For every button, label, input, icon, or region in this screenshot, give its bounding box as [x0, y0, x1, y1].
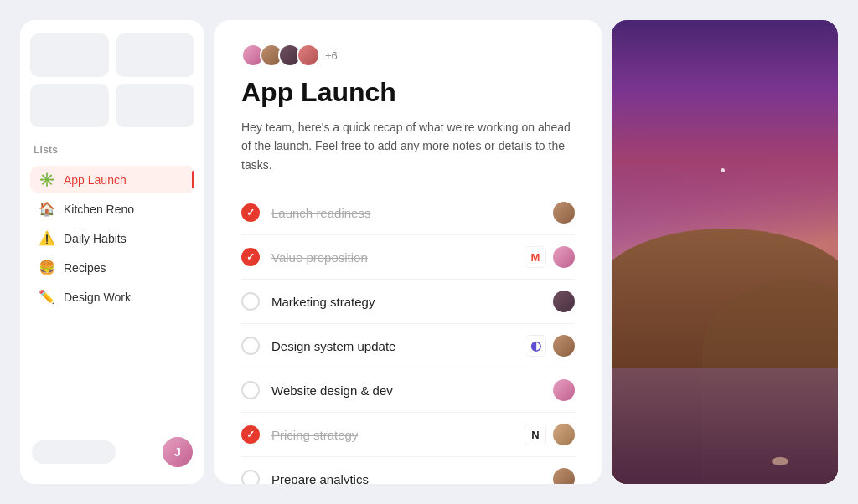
task-left: Prepare analytics	[241, 470, 369, 484]
task-left: Design system update	[241, 337, 395, 355]
task-assignee-avatar	[553, 468, 575, 484]
task-right: M	[525, 246, 575, 268]
task-label: Website design & dev	[271, 383, 393, 398]
app-container: Lists ✳️ App Launch 🏠 Kitchen Reno ⚠️ Da…	[0, 0, 858, 504]
avatar-4	[297, 44, 320, 67]
sidebar-pill	[32, 440, 116, 464]
task-assignee-avatar	[553, 379, 575, 401]
task-checkbox[interactable]	[241, 337, 260, 355]
task-label: Prepare analytics	[271, 472, 369, 484]
water-reflection	[612, 368, 838, 485]
task-left: Launch readiness	[241, 203, 370, 222]
task-label: Marketing strategy	[271, 295, 375, 309]
sidebar-grid-item-4	[116, 84, 194, 127]
app-launch-icon: ✳️	[39, 172, 55, 188]
avatar-stack	[241, 44, 320, 67]
page-title: App Launch	[241, 77, 575, 108]
task-list: Launch readiness Value proposition M	[241, 191, 575, 484]
sidebar-item-design-work[interactable]: ✏️ Design Work	[30, 283, 194, 311]
scenic-image	[612, 20, 838, 484]
sidebar-item-label: Daily Habits	[64, 232, 127, 245]
design-work-icon: ✏️	[39, 289, 55, 305]
main-content: +6 App Launch Hey team, here's a quick r…	[214, 20, 602, 484]
right-panel	[612, 20, 838, 484]
sidebar-grid-item-1	[30, 33, 109, 77]
daily-habits-icon: ⚠️	[39, 230, 55, 246]
member-avatars: +6	[241, 44, 575, 67]
task-left: Pricing strategy	[241, 425, 358, 444]
sidebar: Lists ✳️ App Launch 🏠 Kitchen Reno ⚠️ Da…	[20, 20, 204, 484]
task-checkbox-checked[interactable]	[241, 203, 260, 222]
notion-badge: N	[525, 424, 546, 445]
sidebar-list: ✳️ App Launch 🏠 Kitchen Reno ⚠️ Daily Ha…	[30, 166, 194, 311]
task-assignee-avatar	[553, 335, 575, 357]
sidebar-grid	[30, 33, 194, 127]
task-item[interactable]: Value proposition M	[241, 235, 575, 280]
sidebar-bottom: J	[30, 434, 194, 471]
sidebar-item-label: App Launch	[64, 173, 127, 187]
task-checkbox[interactable]	[241, 292, 260, 311]
avatar-count: +6	[325, 49, 338, 62]
task-assignee-avatar	[553, 202, 575, 224]
task-left: Website design & dev	[241, 381, 393, 399]
task-item[interactable]: Design system update ◐	[241, 324, 575, 368]
task-left: Marketing strategy	[241, 292, 375, 311]
star-dot	[721, 168, 725, 172]
avatar: J	[163, 437, 193, 467]
task-item[interactable]: Website design & dev	[241, 368, 575, 413]
task-checkbox-checked[interactable]	[241, 425, 260, 444]
task-assignee-avatar	[553, 424, 575, 445]
task-right	[553, 202, 575, 224]
sidebar-item-kitchen-reno[interactable]: 🏠 Kitchen Reno	[30, 195, 194, 223]
page-description: Hey team, here's a quick recap of what w…	[241, 118, 575, 174]
sidebar-item-daily-habits[interactable]: ⚠️ Daily Habits	[30, 224, 194, 252]
task-right: ◐	[525, 335, 575, 357]
task-right	[553, 379, 575, 401]
task-right	[553, 291, 575, 312]
moon-reflection	[772, 457, 788, 465]
task-checkbox[interactable]	[241, 470, 260, 484]
task-assignee-avatar	[553, 246, 575, 268]
kitchen-reno-icon: 🏠	[39, 201, 55, 217]
sidebar-item-app-launch[interactable]: ✳️ App Launch	[30, 166, 194, 193]
sidebar-item-label: Recipes	[64, 261, 106, 275]
sidebar-item-recipes[interactable]: 🍔 Recipes	[30, 254, 194, 281]
task-assignee-avatar	[553, 291, 575, 312]
sidebar-item-label: Design Work	[64, 291, 131, 304]
sidebar-item-label: Kitchen Reno	[64, 203, 134, 216]
arc-badge: ◐	[525, 335, 546, 357]
task-checkbox[interactable]	[241, 381, 260, 399]
task-label: Design system update	[271, 339, 395, 353]
task-item[interactable]: Launch readiness	[241, 191, 575, 235]
task-right	[553, 468, 575, 484]
task-left: Value proposition	[241, 248, 368, 266]
sky	[612, 20, 838, 252]
task-label: Pricing strategy	[271, 428, 358, 442]
task-checkbox-checked[interactable]	[241, 248, 260, 266]
gmail-badge: M	[525, 246, 546, 268]
sidebar-grid-item-3	[30, 84, 109, 127]
sidebar-grid-item-2	[116, 33, 194, 77]
task-item[interactable]: Pricing strategy N	[241, 413, 575, 457]
task-right: N	[525, 424, 575, 445]
user-avatar-button[interactable]: J	[163, 437, 193, 467]
task-item[interactable]: Marketing strategy	[241, 280, 575, 324]
task-label: Launch readiness	[271, 206, 370, 220]
recipes-icon: 🍔	[39, 260, 55, 275]
task-item[interactable]: Prepare analytics	[241, 457, 575, 484]
task-label: Value proposition	[271, 250, 368, 265]
sidebar-section-label: Lists	[34, 144, 191, 156]
